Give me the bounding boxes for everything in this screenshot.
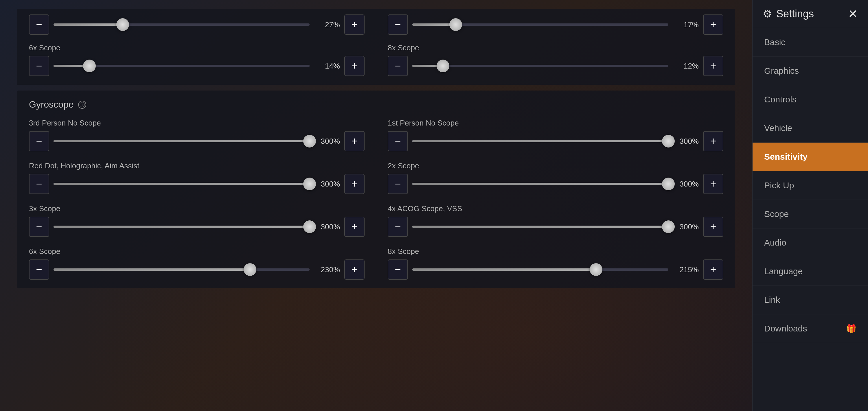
sidebar-item-sensitivity[interactable]: Sensitivity [752, 143, 868, 171]
sidebar-item-downloads[interactable]: Downloads 🎁 [752, 314, 868, 343]
top-right-slider-thumb[interactable] [450, 18, 462, 31]
top-8x-slider-value: 12% [673, 62, 699, 70]
sidebar-title: ⚙ Settings [763, 8, 814, 20]
gyro-3rd-no-scope-container[interactable] [54, 131, 310, 151]
gyro-red-dot-label: Red Dot, Holographic, Aim Assist [29, 161, 365, 170]
gyro-3x-container[interactable] [54, 217, 310, 237]
gyro-4x-acog-item: 4x ACOG Scope, VSS − 300% + [388, 204, 723, 237]
top-6x-slider-row: − 14% + [29, 56, 365, 76]
gyro-8x-thumb[interactable] [590, 263, 602, 276]
gyro-1st-no-scope-item: 1st Person No Scope − 300% + [388, 119, 723, 151]
top-right-minus-btn[interactable]: − [388, 14, 408, 35]
gyro-8x-track [412, 268, 669, 271]
gyro-4x-acog-plus-btn[interactable]: + [703, 217, 723, 237]
gyro-2x-fill [412, 183, 669, 185]
sidebar-item-language[interactable]: Language [752, 257, 868, 286]
sidebar-item-pickup[interactable]: Pick Up [752, 171, 868, 200]
sidebar-item-graphics[interactable]: Graphics [752, 57, 868, 85]
gyro-2x-plus-btn[interactable]: + [703, 174, 723, 194]
gyro-1st-no-scope-thumb[interactable] [662, 135, 675, 148]
top-partial-section: − 27% + − [18, 9, 735, 85]
top-6x-minus-btn[interactable]: − [29, 56, 49, 76]
gyro-1st-no-scope-minus-btn[interactable]: − [388, 131, 408, 151]
top-right-plus-btn[interactable]: + [703, 14, 723, 35]
sidebar-language-label: Language [764, 266, 803, 276]
gyroscope-sliders-grid: 3rd Person No Scope − 300% + 1st Person … [29, 119, 723, 280]
gyro-1st-no-scope-row: − 300% + [388, 131, 723, 151]
top-6x-slider-track [54, 65, 310, 67]
gyro-6x-thumb[interactable] [244, 263, 256, 276]
sidebar-item-scope[interactable]: Scope [752, 200, 868, 228]
sidebar: ⚙ Settings ✕ Basic Graphics Controls Veh… [752, 0, 868, 411]
gyro-1st-no-scope-container[interactable] [412, 131, 669, 151]
gyro-6x-row: − 230% + [29, 259, 365, 280]
gyro-red-dot-plus-btn[interactable]: + [344, 174, 365, 194]
sidebar-item-vehicle[interactable]: Vehicle [752, 114, 868, 143]
top-6x-slider-item: 6x Scope − 14% + [29, 43, 365, 76]
gyro-6x-track [54, 268, 310, 271]
gyro-6x-fill [54, 268, 250, 271]
top-8x-slider-thumb[interactable] [437, 60, 450, 72]
gyro-2x-label: 2x Scope [388, 161, 723, 170]
gyro-8x-minus-btn[interactable]: − [388, 259, 408, 280]
top-8x-minus-btn[interactable]: − [388, 56, 408, 76]
gyro-3x-thumb[interactable] [303, 220, 316, 233]
gyro-3rd-no-scope-item: 3rd Person No Scope − 300% + [29, 119, 365, 151]
gyro-red-dot-container[interactable] [54, 174, 310, 194]
gyroscope-section: Gyroscope ⓘ 3rd Person No Scope − 300% + [18, 91, 735, 288]
gyro-2x-row: − 300% + [388, 174, 723, 194]
top-6x-slider-value: 14% [314, 62, 340, 70]
top-8x-slider-container[interactable] [412, 56, 669, 76]
top-8x-plus-btn[interactable]: + [703, 56, 723, 76]
top-left-plus-btn[interactable]: + [344, 14, 365, 35]
gyro-4x-acog-thumb[interactable] [662, 220, 675, 233]
gyro-1st-no-scope-plus-btn[interactable]: + [703, 131, 723, 151]
gyro-3rd-no-scope-minus-btn[interactable]: − [29, 131, 49, 151]
gyro-2x-thumb[interactable] [662, 178, 675, 190]
gyro-3x-minus-btn[interactable]: − [29, 217, 49, 237]
gyro-3x-value: 300% [314, 222, 340, 231]
6x-8x-grid: 6x Scope − 14% + 8x Scope − [29, 43, 723, 76]
sidebar-downloads-label: Downloads [764, 324, 807, 334]
gyro-3x-plus-btn[interactable]: + [344, 217, 365, 237]
gyro-red-dot-value: 300% [314, 180, 340, 189]
gyro-2x-container[interactable] [412, 174, 669, 194]
top-left-slider-row: − 27% + [29, 14, 365, 35]
sidebar-item-audio[interactable]: Audio [752, 228, 868, 257]
gyro-3x-label: 3x Scope [29, 204, 365, 213]
sidebar-item-link[interactable]: Link [752, 286, 868, 314]
top-6x-slider-thumb[interactable] [83, 60, 96, 72]
gyro-red-dot-track [54, 183, 310, 185]
sidebar-nav: Basic Graphics Controls Vehicle Sensitiv… [752, 28, 868, 411]
gyro-2x-value: 300% [673, 180, 699, 189]
top-8x-slider-item: 8x Scope − 12% + [388, 43, 723, 76]
gyro-8x-container[interactable] [412, 259, 669, 280]
gyro-8x-plus-btn[interactable]: + [703, 259, 723, 280]
top-left-slider-track [54, 24, 310, 26]
gyro-8x-value: 215% [673, 265, 699, 274]
gyroscope-info-icon[interactable]: ⓘ [78, 101, 86, 109]
gyro-4x-acog-minus-btn[interactable]: − [388, 217, 408, 237]
gyro-6x-minus-btn[interactable]: − [29, 259, 49, 280]
gyro-6x-plus-btn[interactable]: + [344, 259, 365, 280]
gear-icon: ⚙ [763, 8, 772, 20]
top-right-slider-container[interactable] [412, 14, 669, 35]
sidebar-item-basic[interactable]: Basic [752, 28, 868, 57]
gyro-2x-item: 2x Scope − 300% + [388, 161, 723, 194]
top-left-slider-thumb[interactable] [116, 18, 129, 31]
gyro-3rd-no-scope-thumb[interactable] [303, 135, 316, 148]
sidebar-item-controls[interactable]: Controls [752, 85, 868, 114]
close-icon[interactable]: ✕ [848, 7, 858, 21]
gyro-3rd-no-scope-plus-btn[interactable]: + [344, 131, 365, 151]
top-right-slider-track [412, 24, 669, 26]
top-right-slider-item: − 17% + [388, 14, 723, 35]
top-6x-slider-container[interactable] [54, 56, 310, 76]
top-left-minus-btn[interactable]: − [29, 14, 49, 35]
gyro-red-dot-thumb[interactable] [303, 178, 316, 190]
gyro-2x-minus-btn[interactable]: − [388, 174, 408, 194]
top-6x-plus-btn[interactable]: + [344, 56, 365, 76]
gyro-red-dot-minus-btn[interactable]: − [29, 174, 49, 194]
gyro-6x-container[interactable] [54, 259, 310, 280]
top-left-slider-container[interactable] [54, 14, 310, 35]
gyro-4x-acog-container[interactable] [412, 217, 669, 237]
